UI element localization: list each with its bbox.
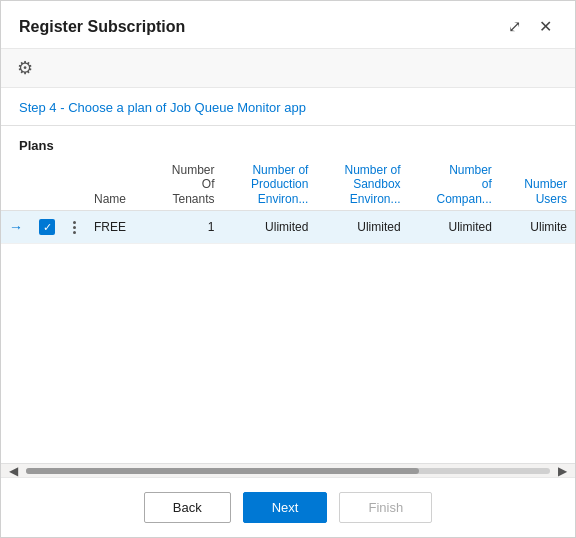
checkbox-checked-icon: ✓ [39,219,55,235]
gear-icon[interactable]: ⚙ [17,57,33,79]
close-button[interactable]: ✕ [534,15,557,38]
col-users: NumberUsers [500,159,575,211]
row-context-menu-button[interactable] [71,217,78,237]
scroll-right-button[interactable]: ▶ [554,464,571,478]
scrollbar-track[interactable] [26,468,550,474]
scrollbar-thumb [26,468,419,474]
col-dots [63,159,86,211]
row-checkbox[interactable]: ✓ [31,211,63,244]
col-company: NumberofCompan... [409,159,500,211]
col-sandbox: Number ofSandboxEnviron... [316,159,408,211]
row-arrow: → [1,211,31,244]
plans-table: Name NumberOfTenants Number ofProduction… [1,159,575,244]
col-name: Name [86,159,147,211]
plans-section: Plans Name NumberOfTenants Number ofProd… [1,126,575,477]
expand-button[interactable]: ⤢ [503,15,526,38]
row-sandbox: Ulimited [316,211,408,244]
header-actions: ⤢ ✕ [503,15,557,38]
col-tenants: NumberOfTenants [147,159,222,211]
row-tenants: 1 [147,211,222,244]
row-company: Ulimited [409,211,500,244]
dialog-title: Register Subscription [19,18,185,36]
toolbar: ⚙ [1,49,575,88]
row-prod: Ulimited [223,211,317,244]
row-users: Ulimite [500,211,575,244]
row-name: FREE [86,211,147,244]
col-prod: Number ofProductionEnviron... [223,159,317,211]
dialog-footer: Back Next Finish [1,477,575,537]
row-dots[interactable] [63,211,86,244]
dialog-header: Register Subscription ⤢ ✕ [1,1,575,49]
finish-button: Finish [339,492,432,523]
col-action [1,159,31,211]
register-subscription-dialog: Register Subscription ⤢ ✕ ⚙ Step 4 - Cho… [0,0,576,538]
back-button[interactable]: Back [144,492,231,523]
step-row: Step 4 - Choose a plan of Job Queue Moni… [1,88,575,126]
table-row[interactable]: → ✓ FREE 1 Ulimit [1,211,575,244]
next-button[interactable]: Next [243,492,328,523]
horizontal-scrollbar[interactable]: ◀ ▶ [1,463,575,477]
scroll-left-button[interactable]: ◀ [5,464,22,478]
step-text: Step 4 - Choose a plan of Job Queue Moni… [19,100,306,115]
plans-label: Plans [1,126,575,159]
col-check [31,159,63,211]
plans-table-wrapper[interactable]: Name NumberOfTenants Number ofProduction… [1,159,575,463]
